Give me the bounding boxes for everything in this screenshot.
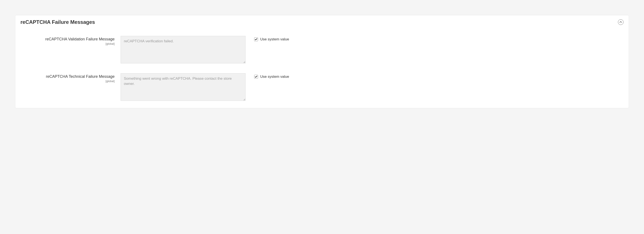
technical-failure-label: reCAPTCHA Technical Failure Message xyxy=(46,74,114,79)
chevron-up-icon xyxy=(620,21,622,23)
label-column: reCAPTCHA Validation Failure Message [gl… xyxy=(34,36,120,45)
input-column xyxy=(120,36,246,64)
validation-failure-scope: [global] xyxy=(34,42,114,45)
checkmark-icon xyxy=(255,76,258,78)
validation-use-system-label[interactable]: Use system value xyxy=(260,37,289,41)
validation-use-system-checkbox[interactable] xyxy=(254,37,258,41)
panel-header: reCAPTCHA Failure Messages xyxy=(20,19,624,25)
checkbox-column: Use system value xyxy=(246,73,289,79)
checkmark-icon xyxy=(255,38,258,40)
technical-use-system-checkbox[interactable] xyxy=(254,75,258,79)
input-column xyxy=(120,73,246,102)
technical-failure-scope: [global] xyxy=(34,80,114,83)
section-title: reCAPTCHA Failure Messages xyxy=(20,19,95,25)
collapse-button[interactable] xyxy=(618,19,624,25)
technical-failure-textarea[interactable] xyxy=(120,73,246,101)
checkbox-column: Use system value xyxy=(246,36,289,41)
technical-use-system-label[interactable]: Use system value xyxy=(260,75,289,79)
recaptcha-failure-messages-panel: reCAPTCHA Failure Messages reCAPTCHA Val… xyxy=(15,15,629,108)
label-column: reCAPTCHA Technical Failure Message [glo… xyxy=(34,73,120,83)
technical-failure-row: reCAPTCHA Technical Failure Message [glo… xyxy=(20,73,624,102)
validation-failure-row: reCAPTCHA Validation Failure Message [gl… xyxy=(20,36,624,64)
validation-failure-textarea[interactable] xyxy=(120,36,246,63)
validation-failure-label: reCAPTCHA Validation Failure Message xyxy=(45,37,114,41)
